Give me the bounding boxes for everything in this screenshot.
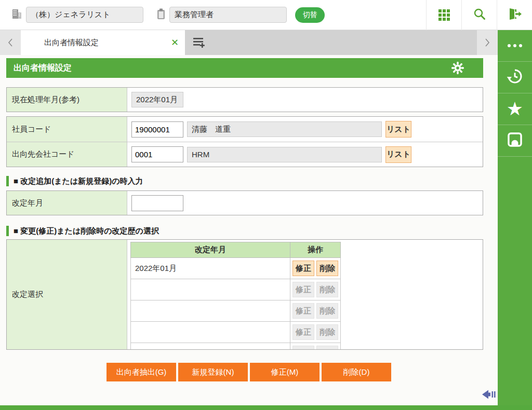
tab-bar: 出向者情報設定 ✕ <box>0 30 498 55</box>
section-header-select: ■ 変更(修正)または削除時の改定歴の選択 <box>6 226 483 236</box>
extract-button[interactable]: 出向者抽出(G) <box>107 363 176 381</box>
company-code-input[interactable] <box>131 146 183 162</box>
add-tab-button[interactable] <box>185 30 214 55</box>
company-building-icon <box>11 8 23 22</box>
row-delete-button-disabled: 削除 <box>316 346 338 349</box>
company-list-button[interactable]: リスト <box>385 146 411 163</box>
section-accent-bar <box>6 176 9 186</box>
chevron-left-icon <box>7 38 14 47</box>
employee-code-label: 社員コード <box>7 117 127 142</box>
row-delete-button-disabled: 削除 <box>316 282 338 297</box>
row-edit-button-disabled: 修正 <box>292 346 314 349</box>
revision-select-label: 改定選択 <box>7 240 127 349</box>
row-month-value <box>131 279 290 300</box>
company-code-label: 出向先会社コード <box>7 142 127 167</box>
footer-bar <box>0 405 532 410</box>
section-accent-bar <box>6 226 9 236</box>
tab-close-icon[interactable]: ✕ <box>171 38 179 47</box>
employee-name-value: 清藤 道重 <box>187 121 382 137</box>
delete-button[interactable]: 削除(D) <box>322 363 391 381</box>
table-row: 修正 削除 <box>131 279 341 300</box>
row-month-value <box>131 343 290 350</box>
chevron-right-icon <box>484 38 490 47</box>
revision-table: 改定年月 操作 2022年01月 修正 削除 <box>130 242 341 349</box>
row-month-value <box>131 322 290 343</box>
employee-list-button[interactable]: リスト <box>385 121 411 138</box>
logout-icon <box>508 7 522 23</box>
table-row: 修正 削除 <box>131 322 341 343</box>
company-code-row: 出向先会社コード HRM リスト <box>7 142 483 167</box>
sidebar-favorites-button[interactable]: ★ <box>498 93 532 125</box>
tab-active[interactable]: 出向者情報設定 ✕ <box>21 30 185 55</box>
role-select-field[interactable] <box>169 7 287 23</box>
main-content: 出向者情報設定 現在処理年月(参考) 2022年01月 社員コード 清藤 道重 … <box>6 58 483 381</box>
current-month-row: 現在処理年月(参考) 2022年01月 <box>6 87 483 112</box>
search-button[interactable] <box>461 0 497 30</box>
sidebar-more-button[interactable] <box>498 30 532 62</box>
col-header-month: 改定年月 <box>131 242 290 258</box>
history-clock-icon <box>506 67 524 88</box>
row-month-value: 2022年01月 <box>131 258 290 279</box>
modify-button[interactable]: 修正(M) <box>250 363 320 381</box>
switch-button[interactable]: 切替 <box>295 7 325 23</box>
role-clipboard-icon <box>156 8 166 22</box>
col-header-ops: 操作 <box>290 242 341 258</box>
current-month-label: 現在処理年月(参考) <box>7 88 127 112</box>
top-header-bar: 切替 <box>0 0 532 30</box>
tab-label: 出向者情報設定 <box>44 38 99 48</box>
revision-month-row: 改定年月 <box>6 190 483 215</box>
logout-button[interactable] <box>497 0 532 30</box>
row-month-value <box>131 300 290 322</box>
star-icon: ★ <box>507 100 523 118</box>
action-button-bar: 出向者抽出(G) 新規登録(N) 修正(M) 削除(D) <box>107 363 483 381</box>
company-name-value: HRM <box>187 147 382 162</box>
collapse-arrow-icon <box>481 388 497 401</box>
revision-month-label: 改定年月 <box>7 191 127 215</box>
settings-gear-icon[interactable] <box>451 61 464 75</box>
table-row: 修正 削除 <box>131 343 341 350</box>
code-rows-container: 社員コード 清藤 道重 リスト 出向先会社コード HRM リスト <box>6 116 483 167</box>
row-edit-button[interactable]: 修正 <box>292 261 314 276</box>
company-select-field[interactable] <box>26 7 143 23</box>
grid-menu-icon <box>438 9 450 21</box>
memo-tray-icon <box>506 131 524 151</box>
sidebar-memo-button[interactable] <box>498 125 532 157</box>
new-register-button[interactable]: 新規登録(N) <box>178 363 248 381</box>
search-icon <box>473 7 486 23</box>
row-delete-button-disabled: 削除 <box>316 303 338 319</box>
add-tab-icon <box>193 36 206 49</box>
page-title-bar: 出向者情報設定 <box>6 58 483 78</box>
section-header-add: ■ 改定追加(または新規登録)の時入力 <box>6 176 483 186</box>
tab-scroll-right-button[interactable] <box>477 30 498 55</box>
table-row: 修正 削除 <box>131 300 341 322</box>
sidebar-history-button[interactable] <box>498 62 532 93</box>
row-delete-button[interactable]: 削除 <box>316 261 338 276</box>
tab-scroll-left-button[interactable] <box>0 30 21 55</box>
revision-select-row: 改定選択 改定年月 操作 2022年01月 修正 削除 <box>6 239 483 350</box>
ellipsis-icon <box>508 44 522 47</box>
collapse-panel-button[interactable] <box>481 388 497 403</box>
page-title: 出向者情報設定 <box>14 63 72 74</box>
employee-code-input[interactable] <box>131 121 183 138</box>
row-delete-button-disabled: 削除 <box>316 324 338 340</box>
app-menu-button[interactable] <box>426 0 461 30</box>
row-edit-button-disabled: 修正 <box>292 324 314 340</box>
row-edit-button-disabled: 修正 <box>292 282 314 297</box>
section-select-title: ■ 変更(修正)または削除時の改定歴の選択 <box>14 226 159 236</box>
revision-month-input[interactable] <box>131 195 183 211</box>
current-month-value: 2022年01月 <box>131 92 183 107</box>
employee-code-row: 社員コード 清藤 道重 リスト <box>7 117 483 142</box>
table-row: 2022年01月 修正 削除 <box>131 258 341 279</box>
section-add-title: ■ 改定追加(または新規登録)の時入力 <box>14 176 143 186</box>
row-edit-button-disabled: 修正 <box>292 303 314 319</box>
right-sidebar: ★ <box>498 30 532 410</box>
